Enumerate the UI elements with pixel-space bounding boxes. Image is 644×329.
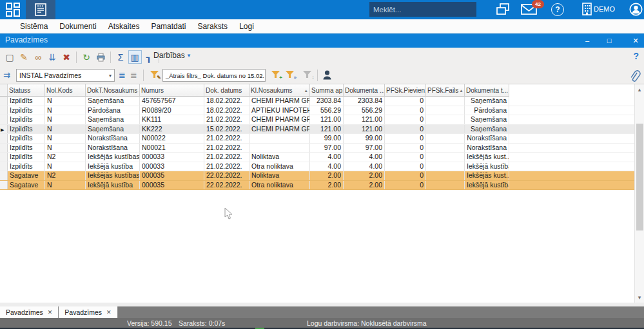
row-selector-cell: [0, 115, 8, 124]
table-row[interactable]: SagataveNIekšējā kustība00003522.02.2022…: [0, 181, 644, 191]
column-header[interactable]: Numurs: [140, 84, 204, 97]
cell: 2303.84: [344, 97, 385, 106]
actions-dropdown[interactable]: Darbības ▾: [153, 51, 190, 60]
column-header[interactable]: DokT.Nosaukums▲: [86, 84, 140, 97]
document-icon: [34, 3, 48, 17]
column-header[interactable]: Dokumenta t...: [465, 84, 509, 97]
view-list-icon[interactable]: ⇉: [3, 70, 10, 80]
tab-close-icon[interactable]: ✕: [106, 309, 112, 315]
cell: 121.00: [310, 125, 344, 134]
sum-icon[interactable]: Σ: [114, 50, 128, 64]
table-row[interactable]: SagataveN2Iekšējās kustības ...00003522.…: [0, 171, 644, 181]
view-select[interactable]: INSTAL Pavadzīmes ▾: [16, 69, 115, 82]
scrollbar-thumb[interactable]: [636, 124, 643, 230]
column-header[interactable]: Dokumenta ...: [344, 84, 385, 97]
maximize-button[interactable]: □: [601, 33, 618, 48]
bottom-tab[interactable]: Pavadzīmes✕: [0, 306, 59, 318]
cell: Otra noliktava: [249, 181, 310, 190]
minimize-button[interactable]: –: [579, 33, 596, 48]
window-title-bar: Pavadzīmes – □ ✕: [0, 33, 644, 48]
cell: [426, 115, 465, 124]
close-button[interactable]: ✕: [627, 33, 644, 48]
cell: 0: [385, 106, 426, 115]
cell: Norakstīšana: [465, 134, 509, 143]
column-label: Summa ap...: [311, 87, 344, 94]
column-header[interactable]: PFSk.Pievien...: [385, 84, 426, 97]
edit-record-icon[interactable]: ✎: [17, 50, 31, 64]
table-row[interactable]: ▶IzpildītsNSaņemšanaKK22215.02.2022.CHEM…: [0, 125, 644, 135]
table-row[interactable]: IzpildītsNSaņemšanaKK11121.02.2022.CHEMI…: [0, 115, 644, 125]
cell: [426, 162, 465, 171]
post-document-icon[interactable]: ⇊: [46, 50, 59, 64]
version-status: Versija: 590.15: [127, 319, 171, 327]
sort-indicator-icon: ▲: [304, 88, 308, 93]
cell: 18.02.2022.: [204, 106, 249, 115]
table-row[interactable]: IzpildītsNSaņemšana45765756718.02.2022.C…: [0, 97, 644, 106]
user-profile-icon[interactable]: [629, 3, 643, 16]
menu-item-dokumenti[interactable]: Dokumenti: [54, 19, 102, 33]
column-header[interactable]: PFSk.Fails▲: [426, 84, 465, 97]
cell: Noliktava: [249, 153, 310, 162]
column-header[interactable]: Kl.Nosaukums▲: [249, 84, 310, 97]
cell: Iekšējā kustība: [86, 162, 140, 171]
quick-filter-select[interactable]: _Ātrais filtrs_ Dok. datums no 15.02. ▾: [162, 69, 266, 82]
view-record-icon[interactable]: ∞: [32, 50, 45, 64]
column-label: PFSk.Pievien...: [386, 87, 426, 94]
printer-icon-graphic: [96, 53, 106, 62]
vertical-scrollbar[interactable]: ▴ ▾: [634, 84, 644, 303]
help-icon[interactable]: ?: [551, 3, 564, 16]
menu-item-saraksts[interactable]: Saraksts: [191, 19, 233, 33]
scroll-up-icon[interactable]: ▴: [635, 84, 644, 95]
cell: N: [45, 181, 86, 190]
chevron-down-icon: ▾: [109, 73, 112, 79]
mouse-cursor: [224, 207, 234, 220]
column-label: Dokumenta ...: [345, 87, 385, 94]
documents-module-tab[interactable]: [26, 0, 55, 19]
cell: [426, 181, 465, 190]
toolbar-icons: ▢✎∞⇊✖↻ Σ▥┒: [3, 50, 162, 64]
add-filter-icon[interactable]: +: [271, 71, 280, 79]
delete-record-icon[interactable]: ✖: [60, 50, 73, 64]
tab-close-icon[interactable]: ✕: [48, 309, 53, 315]
user-filter-icon[interactable]: [322, 70, 332, 80]
separator: [317, 70, 318, 81]
cell: Saņemšana: [465, 97, 509, 106]
table-row[interactable]: IzpildītsNNorakstīšanaN0002121.02.2022.9…: [0, 144, 644, 153]
search-input[interactable]: [369, 6, 476, 14]
column-header[interactable]: Dok. datums: [204, 84, 249, 97]
company-icon[interactable]: [581, 3, 592, 16]
help-icon[interactable]: ?: [633, 51, 639, 61]
row-selector-cell: [0, 171, 8, 180]
bottom-tab[interactable]: Pavadzīmes✕: [59, 306, 117, 318]
menu-item-atskaites[interactable]: Atskaites: [102, 19, 146, 33]
new-record-icon[interactable]: ▢: [3, 50, 17, 64]
edit-filter-icon[interactable]: ✎: [150, 71, 159, 79]
cell: [426, 106, 465, 115]
cell: 556.29: [344, 106, 385, 115]
saved-views-icon[interactable]: ≣: [119, 70, 126, 80]
company-name[interactable]: DEMO: [594, 5, 615, 13]
columns-view-icon[interactable]: ▥: [128, 50, 142, 64]
attachment-icon[interactable]: [630, 69, 641, 83]
table-row[interactable]: IzpildītsN2Iekšējās kustības ...00003321…: [0, 153, 644, 162]
print-icon[interactable]: [94, 50, 108, 64]
saved-views-disabled-icon: ≣: [130, 70, 137, 80]
column-header[interactable]: Summa ap...▼: [310, 84, 344, 97]
table-row[interactable]: IzpildītsNIekšējā kustība00003321.02.202…: [0, 162, 644, 172]
column-header[interactable]: Nol.Kods: [45, 84, 86, 97]
cell: 2.00: [310, 181, 344, 190]
menu-item-logi[interactable]: Logi: [233, 19, 260, 33]
table-header-row: StatussNol.KodsDokT.Nosaukums▲NumursDok.…: [0, 84, 644, 97]
column-header[interactable]: Statuss: [8, 84, 45, 97]
scroll-down-icon[interactable]: ▾: [635, 292, 644, 303]
modules-grid-icon[interactable]: [5, 2, 21, 17]
apply-filter-icon[interactable]: »: [286, 71, 294, 79]
table-row[interactable]: IzpildītsNPārdošanaR0089/2018.02.2022.AP…: [0, 106, 644, 116]
menu-item-pamatdati[interactable]: Pamatdati: [145, 19, 191, 33]
column-label: Dokumenta t...: [466, 87, 508, 94]
refresh-icon[interactable]: ↻: [80, 50, 93, 64]
global-search[interactable]: [369, 2, 476, 17]
table-row[interactable]: IzpildītsNNorakstīšanaN0002221.02.2022.9…: [0, 134, 644, 144]
menu-item-sistēma[interactable]: Sistēma: [14, 19, 54, 33]
open-windows-icon[interactable]: [495, 3, 511, 17]
